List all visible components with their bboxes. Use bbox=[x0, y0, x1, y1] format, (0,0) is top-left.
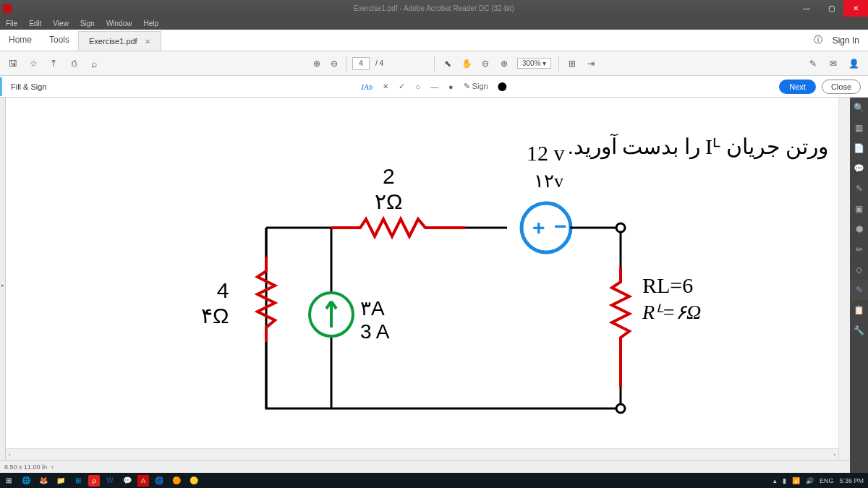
taskbar-acrobat-icon[interactable]: A bbox=[137, 475, 149, 487]
titlebar: Exercise1.pdf - Adobe Acrobat Reader DC … bbox=[0, 0, 868, 17]
clock[interactable]: 5:36 PM bbox=[839, 477, 864, 484]
tool-icon[interactable]: ▣ bbox=[850, 199, 868, 219]
taskbar-icon[interactable]: 🌐 bbox=[17, 473, 35, 488]
menu-sign[interactable]: Sign bbox=[75, 20, 101, 27]
menu-edit[interactable]: Edit bbox=[23, 20, 47, 27]
tool-icon[interactable]: ◇ bbox=[850, 260, 868, 280]
battery-icon[interactable]: ▮ bbox=[783, 477, 786, 484]
tool-icon[interactable]: 📄 bbox=[850, 138, 868, 158]
taskbar-icon[interactable]: ρ bbox=[88, 475, 100, 487]
zoom-level[interactable]: 300% ▾ bbox=[517, 58, 551, 69]
svg-text:+: + bbox=[532, 215, 545, 239]
tool-icon[interactable]: ✏ bbox=[850, 239, 868, 260]
save-icon[interactable]: 🖫 bbox=[7, 58, 19, 69]
minimize-button[interactable]: — bbox=[794, 0, 819, 17]
share-icon[interactable]: ✉ bbox=[827, 58, 839, 69]
taskbar-icon[interactable]: 🟡 bbox=[185, 473, 203, 488]
page-up-icon[interactable]: ⊕ bbox=[311, 58, 323, 69]
star-icon[interactable]: ☆ bbox=[27, 58, 39, 69]
scrollbar-horizontal[interactable]: ‹› bbox=[6, 448, 838, 460]
x-tool[interactable]: ✕ bbox=[383, 82, 388, 90]
person-icon[interactable]: 👤 bbox=[848, 58, 859, 69]
cloud-icon[interactable]: ⤒ bbox=[48, 58, 59, 69]
taskbar-icon[interactable]: 💬 bbox=[119, 473, 136, 488]
svg-text:−: − bbox=[554, 214, 567, 238]
menu-view[interactable]: View bbox=[47, 20, 75, 27]
svg-point-10 bbox=[616, 404, 625, 413]
fillsign-label[interactable]: Fill & Sign bbox=[0, 77, 56, 96]
taskbar-icon[interactable]: 🟠 bbox=[168, 473, 185, 488]
fit-width-icon[interactable]: ⊞ bbox=[566, 58, 578, 69]
page-dimensions: 8.50 x 11.00 in bbox=[4, 463, 47, 471]
hand-icon[interactable]: ✋ bbox=[461, 58, 472, 69]
wifi-icon[interactable]: 📶 bbox=[792, 477, 800, 484]
tab-document-label: Exercise1.pdf bbox=[89, 37, 137, 46]
left-panel-toggle[interactable]: ▸ bbox=[0, 98, 6, 473]
tray-chevron-icon[interactable]: ▴ bbox=[773, 477, 777, 484]
pointer-icon[interactable]: ⬉ bbox=[442, 58, 454, 69]
chevron-icon[interactable]: ‹ bbox=[51, 463, 54, 471]
system-tray[interactable]: ▴ ▮ 📶 🔊 ENG 5:36 PM bbox=[773, 477, 868, 484]
tool-icon[interactable]: ⬢ bbox=[850, 219, 868, 239]
toolbar: 🖫 ☆ ⤒ ⎙ ⌕ ⊕ ⊖ 4 / 4 ⬉ ✋ ⊖ ⊕ 300% ▾ ⊞ ⇥ ✎… bbox=[0, 51, 868, 76]
line-tool[interactable]: — bbox=[430, 82, 438, 91]
page-down-icon[interactable]: ⊖ bbox=[328, 58, 340, 69]
tool-icon[interactable]: 💬 bbox=[850, 158, 868, 179]
iab-tool[interactable]: IAb bbox=[361, 82, 373, 91]
menu-help[interactable]: Help bbox=[137, 20, 164, 27]
zoom-out-icon[interactable]: ⊖ bbox=[480, 58, 491, 69]
taskbar-icon[interactable]: W bbox=[101, 473, 119, 488]
start-button[interactable]: ⊞ bbox=[0, 473, 17, 488]
lang-indicator[interactable]: ENG bbox=[820, 477, 834, 484]
fit-page-icon[interactable]: ⇥ bbox=[585, 58, 597, 69]
right-tools-panel: 🔍 ▦ 📄 💬 ✎ ▣ ⬢ ✏ ◇ ✎ 📋 🔧 bbox=[850, 98, 868, 473]
statusbar: 8.50 x 11.00 in ‹ bbox=[0, 460, 850, 473]
window-title: Exercise1.pdf - Adobe Acrobat Reader DC … bbox=[354, 4, 514, 12]
fillsign-bar: Fill & Sign IAb ✕ ✓ ○ — ● ✎ Sign Next Cl… bbox=[0, 76, 868, 98]
app-icon bbox=[3, 4, 12, 13]
separator bbox=[434, 56, 435, 71]
document-area[interactable]: ورتن جریان Iᴸ را بدست آورید. 12 v ١٢v 2٢… bbox=[6, 98, 850, 460]
scrollbar-vertical[interactable] bbox=[838, 98, 850, 460]
taskbar-icon[interactable]: 🌀 bbox=[150, 473, 168, 488]
sign-tool[interactable]: ✎ Sign bbox=[464, 82, 488, 91]
tool-icon[interactable]: 📋 bbox=[850, 300, 868, 320]
taskbar-icon[interactable]: 📁 bbox=[52, 473, 69, 488]
search-icon[interactable]: ⌕ bbox=[88, 58, 100, 69]
zoom-in-icon[interactable]: ⊕ bbox=[498, 58, 510, 69]
annotate-icon[interactable]: ✎ bbox=[807, 58, 819, 69]
tool-icon[interactable]: ▦ bbox=[850, 118, 868, 138]
taskbar-icon[interactable]: 🦊 bbox=[35, 473, 52, 488]
print-icon[interactable]: ⎙ bbox=[68, 58, 80, 69]
fillsign-tool-icon[interactable]: ✎ bbox=[850, 280, 868, 300]
page-total: / 4 bbox=[375, 59, 383, 67]
tab-tools[interactable]: Tools bbox=[41, 30, 78, 51]
circuit-svg: + − bbox=[194, 148, 845, 452]
help-icon[interactable]: ⓘ bbox=[812, 35, 824, 46]
tool-icon[interactable]: 🔧 bbox=[850, 320, 868, 341]
circle-tool[interactable]: ○ bbox=[415, 82, 420, 91]
volume-icon[interactable]: 🔊 bbox=[806, 477, 814, 484]
color-tool[interactable] bbox=[498, 82, 507, 91]
separator bbox=[558, 56, 559, 71]
tool-icon[interactable]: ✎ bbox=[850, 179, 868, 199]
page-input[interactable]: 4 bbox=[352, 57, 370, 70]
taskbar-icon[interactable]: ⊞ bbox=[69, 473, 87, 488]
tab-close-icon[interactable]: ✕ bbox=[145, 38, 150, 46]
maximize-button[interactable]: ▢ bbox=[819, 0, 843, 17]
next-button[interactable]: Next bbox=[779, 80, 816, 94]
close-button[interactable]: Close bbox=[822, 80, 861, 94]
tab-document[interactable]: Exercise1.pdf ✕ bbox=[78, 31, 161, 51]
menubar: File Edit View Sign Window Help bbox=[0, 17, 868, 30]
tool-icon[interactable]: 🔍 bbox=[850, 98, 868, 118]
menu-file[interactable]: File bbox=[0, 20, 23, 27]
close-button[interactable]: ✕ bbox=[843, 0, 868, 17]
tabs-row: Home Tools Exercise1.pdf ✕ ⓘ Sign In bbox=[0, 30, 868, 51]
check-tool[interactable]: ✓ bbox=[399, 82, 405, 91]
tab-home[interactable]: Home bbox=[0, 30, 41, 51]
separator bbox=[346, 56, 346, 71]
sign-in-link[interactable]: Sign In bbox=[833, 35, 859, 46]
menu-window[interactable]: Window bbox=[101, 20, 138, 27]
circuit-diagram: ورتن جریان Iᴸ را بدست آورید. 12 v ١٢v 2٢… bbox=[6, 98, 850, 460]
dot-tool[interactable]: ● bbox=[448, 82, 454, 91]
